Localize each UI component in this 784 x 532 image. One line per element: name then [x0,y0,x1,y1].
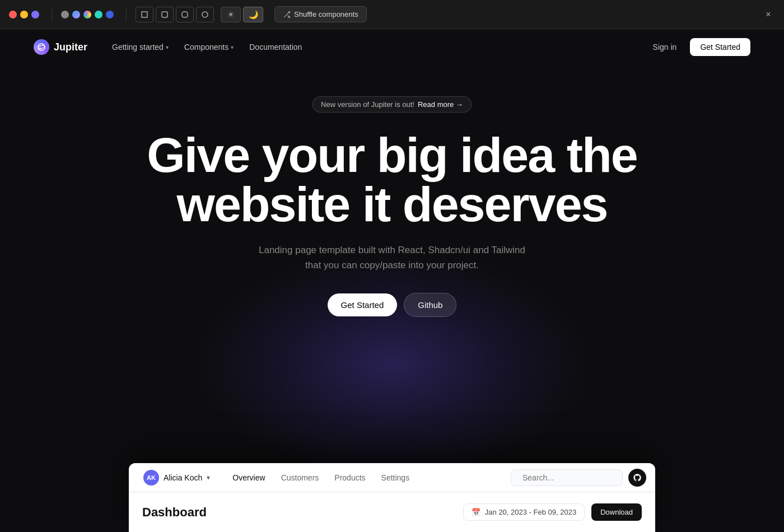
github-button[interactable] [628,469,646,487]
nav-get-started-button[interactable]: Get Started [690,38,750,56]
dot-red[interactable] [9,11,17,18]
date-range-picker[interactable]: 📅 Jan 20, 2023 - Feb 09, 2023 [463,503,585,521]
shuffle-label: Shuffle components [294,10,358,18]
dashboard-title: Dashboard [142,505,207,520]
nav-getting-started[interactable]: Getting started ▾ [105,39,175,55]
corner-style-buttons [136,7,214,22]
chevron-down-icon: ▾ [207,474,210,482]
hero-get-started-button[interactable]: Get Started [328,293,398,316]
corner-rounded-md-button[interactable] [176,7,194,22]
sign-in-link[interactable]: Sign in [646,39,684,55]
divider-2 [126,8,127,21]
nav-actions: Sign in Get Started [646,38,750,56]
corner-square-button[interactable] [136,7,153,22]
dot-purple[interactable] [31,11,39,18]
light-theme-button[interactable]: ☀ [221,7,241,22]
swatch-darkblue[interactable] [106,11,114,18]
hero-github-button[interactable]: Github [404,293,456,317]
dot-orange[interactable] [20,11,28,18]
window-dots [9,11,39,18]
dashboard-body: Dashboard 📅 Jan 20, 2023 - Feb 09, 2023 … [129,492,655,532]
dashboard-nav-links: Overview Customers Products Settings [225,470,511,486]
shuffle-button[interactable]: Shuffle components [274,6,367,22]
calendar-icon: 📅 [472,508,480,516]
dark-theme-button[interactable]: 🌙 [243,7,263,22]
corner-rounded-lg-button[interactable] [196,7,214,22]
hero-title: Give your big idea the website it deserv… [147,130,637,229]
swatch-multi[interactable] [83,11,91,18]
dashboard-user[interactable]: AK Alicia Koch ▾ [138,466,216,489]
color-swatches [61,11,114,18]
swatch-blue[interactable] [72,11,80,18]
close-icon: × [766,10,771,20]
nav-links: Getting started ▾ Components ▾ Documenta… [105,39,309,55]
chevron-down-icon: ▾ [231,44,234,50]
dashboard-nav-settings[interactable]: Settings [374,470,418,486]
nav-components[interactable]: Components ▾ [178,39,240,55]
read-more-link: Read more → [418,100,463,109]
corner-rounded-sm-button[interactable] [156,7,174,22]
close-button[interactable]: × [762,8,775,21]
dashboard-nav-customers[interactable]: Customers [273,470,327,486]
svg-rect-3 [202,12,208,17]
svg-rect-1 [162,12,167,17]
avatar: AK [143,470,159,486]
nav-logo[interactable]: Jupiter [34,39,87,55]
swatch-gray[interactable] [61,11,69,18]
svg-rect-2 [182,12,188,17]
swatch-teal[interactable] [95,11,102,18]
dashboard-nav: AK Alicia Koch ▾ Overview Customers Prod… [129,463,655,492]
download-button[interactable]: Download [591,503,642,521]
nav-documentation[interactable]: Documentation [242,39,309,55]
toolbar: ☀ 🌙 Shuffle components × [0,0,784,29]
search-box[interactable] [511,469,623,486]
chevron-down-icon: ▾ [166,44,169,50]
user-name: Alicia Koch [164,473,202,482]
announcement-text: New version of Jupiter is out! [321,100,414,109]
dashboard-preview: AK Alicia Koch ▾ Overview Customers Prod… [129,463,655,532]
theme-toggle: ☀ 🌙 [221,7,263,22]
divider-1 [52,8,52,21]
dashboard-nav-products[interactable]: Products [326,470,373,486]
github-icon [633,473,642,482]
nav-logo-text: Jupiter [54,41,87,53]
hero-buttons: Get Started Github [328,293,457,317]
search-input[interactable] [522,473,620,482]
svg-rect-0 [142,12,147,17]
logo-icon [34,39,49,55]
svg-point-6 [38,44,45,50]
main-nav: Jupiter Getting started ▾ Components ▾ D… [0,29,784,65]
main-content: Jupiter Getting started ▾ Components ▾ D… [0,29,784,532]
dashboard-actions: 📅 Jan 20, 2023 - Feb 09, 2023 Download [463,503,642,521]
hero-subtitle: Landing page template built with React, … [258,242,526,273]
announcement-badge[interactable]: New version of Jupiter is out! Read more… [312,96,472,113]
dashboard-nav-overview[interactable]: Overview [225,470,273,486]
hero-section: New version of Jupiter is out! Read more… [0,29,784,532]
date-range-text: Jan 20, 2023 - Feb 09, 2023 [485,508,576,516]
